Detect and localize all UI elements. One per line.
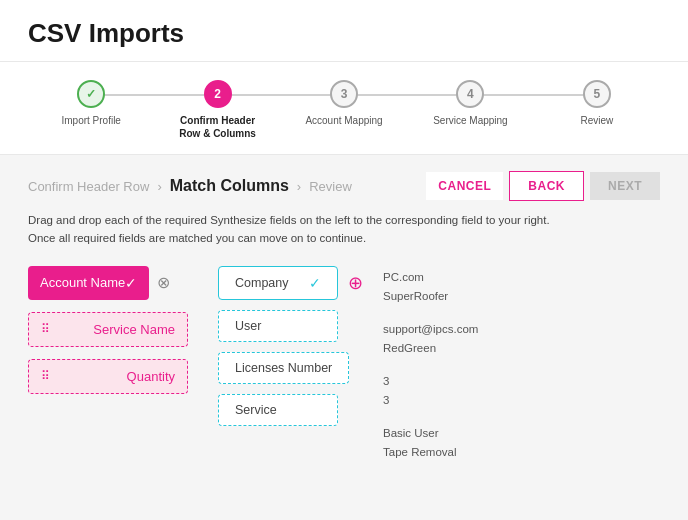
csv-user-label: User: [235, 319, 261, 333]
preview-licenses-1: 3: [383, 372, 478, 390]
csv-pill-company: Company ✓: [218, 266, 338, 300]
field-account-name-label: Account Name: [40, 275, 125, 290]
step-1: ✓ Import Profile: [28, 80, 154, 127]
page-title: CSV Imports: [28, 18, 660, 49]
preview-data: PC.com SuperRoofer support@ipcs.com RedG…: [383, 266, 478, 464]
breadcrumb-review: Review: [309, 179, 352, 194]
csv-add-company-icon[interactable]: ⊕: [348, 272, 363, 294]
preview-company-1: PC.com: [383, 268, 478, 286]
step-2-label: Confirm Header Row & Columns: [178, 114, 258, 140]
drag-dots-service: ⠿: [41, 322, 50, 336]
csv-field-company: Company ✓ ⊕: [218, 266, 373, 300]
csv-pill-user: User: [218, 310, 338, 342]
header: CSV Imports: [0, 0, 688, 62]
check-icon: ✓: [125, 275, 137, 291]
preview-user: support@ipcs.com RedGreen: [383, 318, 478, 360]
page-container: CSV Imports ✓ Import Profile 2 Confirm H…: [0, 0, 688, 520]
csv-field-user: User: [218, 310, 373, 342]
breadcrumb-confirm: Confirm Header Row: [28, 179, 149, 194]
field-service-name[interactable]: ⠿ Service Name: [28, 312, 188, 347]
left-fields: Account Name ✓ ⊗ ⠿ Service Name ⠿ Quanti…: [28, 266, 188, 394]
csv-licenses-label: Licenses Number: [235, 361, 332, 375]
preview-user-1: support@ipcs.com: [383, 320, 478, 338]
preview-licenses: 3 3: [383, 370, 478, 412]
right-section: Company ✓ ⊕ User Licenses: [218, 266, 660, 464]
instruction-line-1: Drag and drop each of the required Synth…: [28, 211, 660, 229]
chevron-icon-1: ›: [157, 179, 161, 194]
field-account-name[interactable]: Account Name ✓: [28, 266, 149, 300]
step-1-label: Import Profile: [61, 114, 120, 127]
field-quantity-label: Quantity: [127, 369, 175, 384]
main-content: Confirm Header Row › Match Columns › Rev…: [0, 155, 688, 480]
csv-pill-licenses: Licenses Number: [218, 352, 349, 384]
step-5-label: Review: [580, 114, 613, 127]
action-buttons: CANCEL BACK NEXT: [426, 171, 660, 201]
field-quantity[interactable]: ⠿ Quantity: [28, 359, 188, 394]
preview-service-1: Basic User: [383, 424, 478, 442]
csv-service-label: Service: [235, 403, 277, 417]
csv-fields: Company ✓ ⊕ User Licenses: [218, 266, 373, 464]
preview-user-2: RedGreen: [383, 339, 478, 357]
step-3: 3 Account Mapping: [281, 80, 407, 127]
preview-company: PC.com SuperRoofer: [383, 266, 478, 308]
csv-field-licenses: Licenses Number: [218, 352, 373, 384]
field-service-name-label: Service Name: [93, 322, 175, 337]
action-bar: Confirm Header Row › Match Columns › Rev…: [28, 171, 660, 201]
step-2-circle: 2: [204, 80, 232, 108]
step-3-label: Account Mapping: [305, 114, 382, 127]
chevron-icon-2: ›: [297, 179, 301, 194]
preview-service: Basic User Tape Removal: [383, 422, 478, 464]
drag-dots-quantity: ⠿: [41, 369, 50, 383]
step-2: 2 Confirm Header Row & Columns: [154, 80, 280, 140]
step-1-circle: ✓: [77, 80, 105, 108]
instructions: Drag and drop each of the required Synth…: [28, 211, 660, 248]
preview-service-2: Tape Removal: [383, 443, 478, 461]
remove-account-name-icon[interactable]: ⊗: [157, 273, 170, 292]
breadcrumb: Confirm Header Row › Match Columns › Rev…: [28, 177, 352, 195]
instruction-line-2: Once all required fields are matched you…: [28, 229, 660, 247]
next-button: NEXT: [590, 172, 660, 200]
step-3-circle: 3: [330, 80, 358, 108]
preview-licenses-2: 3: [383, 391, 478, 409]
preview-company-2: SuperRoofer: [383, 287, 478, 305]
stepper: ✓ Import Profile 2 Confirm Header Row & …: [0, 62, 688, 155]
step-4: 4 Service Mapping: [407, 80, 533, 127]
csv-company-label: Company: [235, 276, 289, 290]
step-4-label: Service Mapping: [433, 114, 507, 127]
csv-pill-service: Service: [218, 394, 338, 426]
columns-area: Account Name ✓ ⊗ ⠿ Service Name ⠿ Quanti…: [28, 266, 660, 464]
step-4-circle: 4: [456, 80, 484, 108]
csv-field-service: Service: [218, 394, 373, 426]
csv-check-company: ✓: [309, 275, 321, 291]
step-5-circle: 5: [583, 80, 611, 108]
breadcrumb-match: Match Columns: [170, 177, 289, 195]
cancel-button[interactable]: CANCEL: [426, 172, 503, 200]
back-button[interactable]: BACK: [509, 171, 584, 201]
step-5: 5 Review: [534, 80, 660, 127]
